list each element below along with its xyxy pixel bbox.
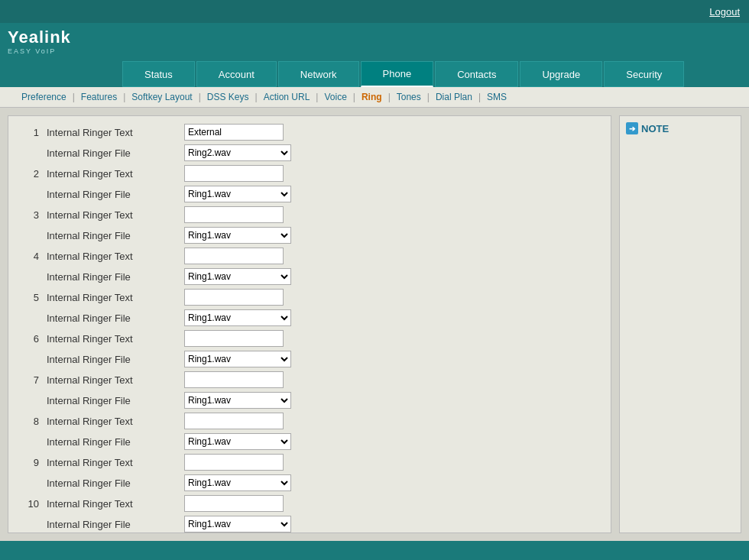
subnav-item-voice[interactable]: Voice xyxy=(318,92,352,102)
nav-item-network[interactable]: Network xyxy=(278,61,359,87)
table-row: 1Internal Ringer Text xyxy=(16,124,603,141)
main-content: 1Internal Ringer TextInternal Ringer Fil… xyxy=(8,115,611,533)
subnav-item-sms[interactable]: SMS xyxy=(481,92,513,102)
ringer-number: 3 xyxy=(16,209,47,221)
note-icon: ➔ xyxy=(626,122,638,134)
table-row: 6Internal Ringer Text xyxy=(16,330,603,347)
ringer-text-label: Internal Ringer Text xyxy=(47,498,184,510)
ringer-number: 4 xyxy=(16,251,47,262)
ringer-text-input-7[interactable] xyxy=(184,371,284,388)
logo-sub: EASY VoIP xyxy=(8,47,71,55)
ringer-file-select-4[interactable]: Ring1.wavRing2.wavRing3.wavRing4.wavRing… xyxy=(184,268,291,285)
ringer-text-input-2[interactable] xyxy=(184,165,284,182)
table-row: Internal Ringer FileRing1.wavRing2.wavRi… xyxy=(16,516,603,532)
ringer-file-select-3[interactable]: Ring1.wavRing2.wavRing3.wavRing4.wavRing… xyxy=(184,227,291,244)
ringer-text-label: Internal Ringer Text xyxy=(47,416,184,427)
ringer-text-input-5[interactable] xyxy=(184,289,284,306)
ringer-number: 10 xyxy=(16,498,47,510)
ringer-file-select-1[interactable]: Ring1.wavRing2.wavRing3.wavRing4.wavRing… xyxy=(184,144,291,161)
ringer-file-label: Internal Ringer File xyxy=(47,354,184,365)
table-row: 7Internal Ringer Text xyxy=(16,371,603,388)
ringer-file-select-9[interactable]: Ring1.wavRing2.wavRing3.wavRing4.wavRing… xyxy=(184,474,291,491)
table-row: Internal Ringer FileRing1.wavRing2.wavRi… xyxy=(16,351,603,367)
nav-item-upgrade[interactable]: Upgrade xyxy=(520,61,602,87)
table-row: 4Internal Ringer Text xyxy=(16,248,603,264)
ringer-text-input-9[interactable] xyxy=(184,454,284,471)
table-row: Internal Ringer FileRing1.wavRing2.wavRi… xyxy=(16,268,603,285)
subnav-item-preference[interactable]: Preference xyxy=(15,92,73,102)
subnav-item-action-url[interactable]: Action URL xyxy=(258,92,316,102)
ringer-number: 6 xyxy=(16,333,47,345)
ringer-file-label: Internal Ringer File xyxy=(47,519,184,530)
logo-text: Yealink xyxy=(8,29,71,46)
table-row: Internal Ringer FileRing1.wavRing2.wavRi… xyxy=(16,392,603,409)
table-row: 8Internal Ringer Text xyxy=(16,413,603,429)
ringer-text-label: Internal Ringer Text xyxy=(47,457,184,468)
ringer-file-label: Internal Ringer File xyxy=(47,147,184,159)
logout-link[interactable]: Logout xyxy=(709,6,740,18)
ringer-file-label: Internal Ringer File xyxy=(47,477,184,489)
ringer-text-label: Internal Ringer Text xyxy=(47,127,184,138)
nav-item-status[interactable]: Status xyxy=(122,61,195,87)
ringer-number: 8 xyxy=(16,416,47,427)
buttons-row: ConfirmCancel xyxy=(16,536,603,541)
ringer-file-select-6[interactable]: Ring1.wavRing2.wavRing3.wavRing4.wavRing… xyxy=(184,351,291,367)
ringer-number: 9 xyxy=(16,457,47,468)
ringer-file-label: Internal Ringer File xyxy=(47,436,184,448)
ringer-text-input-4[interactable] xyxy=(184,248,284,264)
note-label: NOTE xyxy=(641,123,669,134)
ringer-text-input-3[interactable] xyxy=(184,206,284,223)
ringer-number: 1 xyxy=(16,127,47,138)
ringer-file-select-2[interactable]: Ring1.wavRing2.wavRing3.wavRing4.wavRing… xyxy=(184,186,291,202)
top-bar: Logout xyxy=(0,0,749,23)
ringer-text-label: Internal Ringer Text xyxy=(47,168,184,180)
ringer-file-label: Internal Ringer File xyxy=(47,189,184,200)
table-row: Internal Ringer FileRing1.wavRing2.wavRi… xyxy=(16,433,603,450)
table-row: 3Internal Ringer Text xyxy=(16,206,603,223)
nav-item-security[interactable]: Security xyxy=(604,61,684,87)
ringer-text-input-1[interactable] xyxy=(184,124,284,141)
subnav-item-softkey-layout[interactable]: Softkey Layout xyxy=(125,92,198,102)
ringer-file-label: Internal Ringer File xyxy=(47,271,184,283)
nav-item-account[interactable]: Account xyxy=(196,61,277,87)
note-panel: ➔ NOTE xyxy=(619,115,741,533)
subnav-item-tones[interactable]: Tones xyxy=(391,92,427,102)
ringer-number: 5 xyxy=(16,292,47,303)
table-row: 9Internal Ringer Text xyxy=(16,454,603,471)
table-row: Internal Ringer FileRing1.wavRing2.wavRi… xyxy=(16,474,603,491)
nav-item-contacts[interactable]: Contacts xyxy=(435,61,518,87)
table-row: Internal Ringer FileRing1.wavRing2.wavRi… xyxy=(16,227,603,244)
ringer-text-label: Internal Ringer Text xyxy=(47,209,184,221)
ringer-file-select-5[interactable]: Ring1.wavRing2.wavRing3.wavRing4.wavRing… xyxy=(184,309,291,326)
ringer-text-label: Internal Ringer Text xyxy=(47,292,184,303)
table-row: 2Internal Ringer Text xyxy=(16,165,603,182)
table-row: 10Internal Ringer Text xyxy=(16,495,603,512)
ringer-file-label: Internal Ringer File xyxy=(47,395,184,406)
nav-item-phone[interactable]: Phone xyxy=(361,61,434,87)
ringer-text-label: Internal Ringer Text xyxy=(47,333,184,345)
ringer-text-label: Internal Ringer Text xyxy=(47,251,184,262)
subnav-item-dss-keys[interactable]: DSS Keys xyxy=(201,92,255,102)
ringer-file-select-8[interactable]: Ring1.wavRing2.wavRing3.wavRing4.wavRing… xyxy=(184,433,291,450)
subnav: Preference|Features|Softkey Layout|DSS K… xyxy=(0,87,749,108)
header: Yealink EASY VoIP xyxy=(0,23,749,61)
ringer-text-label: Internal Ringer Text xyxy=(47,374,184,386)
note-header: ➔ NOTE xyxy=(626,122,734,134)
subnav-item-ring[interactable]: Ring xyxy=(355,92,388,102)
ringer-file-label: Internal Ringer File xyxy=(47,230,184,241)
table-row: Internal Ringer FileRing1.wavRing2.wavRi… xyxy=(16,144,603,161)
ringer-file-label: Internal Ringer File xyxy=(47,312,184,324)
ringer-number: 2 xyxy=(16,168,47,180)
ringer-number: 7 xyxy=(16,374,47,386)
table-row: Internal Ringer FileRing1.wavRing2.wavRi… xyxy=(16,186,603,202)
ringer-text-input-10[interactable] xyxy=(184,495,284,512)
ringer-file-select-7[interactable]: Ring1.wavRing2.wavRing3.wavRing4.wavRing… xyxy=(184,392,291,409)
ringer-text-input-8[interactable] xyxy=(184,413,284,429)
ringer-text-input-6[interactable] xyxy=(184,330,284,347)
navigation: StatusAccountNetworkPhoneContactsUpgrade… xyxy=(0,61,749,87)
table-row: Internal Ringer FileRing1.wavRing2.wavRi… xyxy=(16,309,603,326)
subnav-item-dial-plan[interactable]: Dial Plan xyxy=(430,92,478,102)
content-wrapper: 1Internal Ringer TextInternal Ringer Fil… xyxy=(0,108,749,541)
subnav-item-features[interactable]: Features xyxy=(75,92,123,102)
ringer-file-select-10[interactable]: Ring1.wavRing2.wavRing3.wavRing4.wavRing… xyxy=(184,516,291,532)
